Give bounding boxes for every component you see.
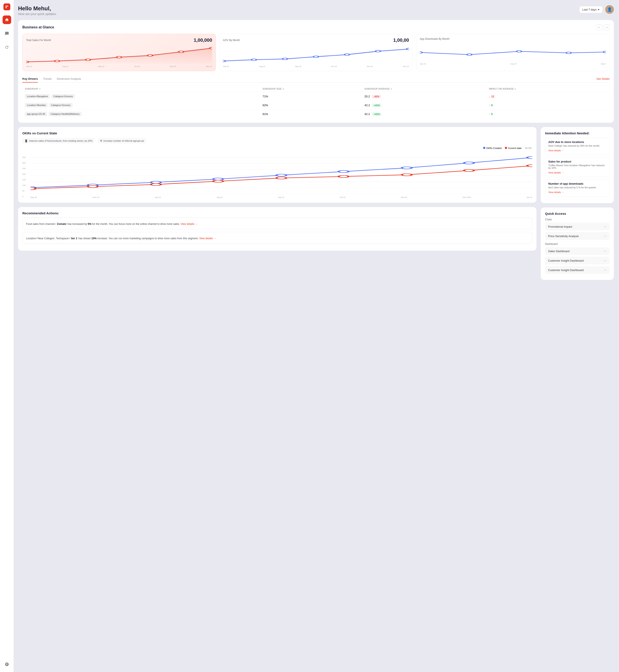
qa-item-customer-insight-2[interactable]: Customer Insight Dashboard → — [545, 266, 610, 274]
svg-point-39 — [213, 180, 223, 182]
metric-aov-value: 1,00,00 — [393, 38, 409, 43]
svg-point-11 — [345, 54, 349, 56]
bag-next-button[interactable]: → — [604, 24, 610, 30]
okr-tabs: ▐▌ Improve sales of food products, from … — [22, 138, 532, 143]
chart-label-6: Dec 23 — [206, 65, 212, 67]
qa-arrow-icon-5: → — [604, 268, 607, 272]
okr-tab-referral[interactable]: ⊞ Increase number of referral signups pe — [98, 138, 146, 143]
greeting-subtitle: Here are your quick updates. — [18, 12, 57, 16]
chart-label-1: July 23 — [26, 65, 32, 67]
metric-total-sales: Total Sales For Month 1,00,000 — [22, 34, 216, 71]
svg-point-40 — [276, 177, 286, 179]
date-range-selector[interactable]: Last 7 days ▾ — [579, 6, 603, 13]
qa-item-promotional-impact[interactable]: Promotional Impact → — [545, 223, 610, 230]
okr-card: OKRs vs Current State ▐▌ Improve sales o… — [18, 127, 537, 203]
row1-average: 20.2 -42% — [362, 92, 486, 101]
recommended-actions-card: Recommended Actions: Food sales from cha… — [18, 207, 537, 251]
svg-point-38 — [151, 183, 161, 186]
attention-3-view-details[interactable]: View details → — [548, 191, 564, 194]
svg-point-16 — [517, 51, 522, 52]
table-row: Location=Bangalore Category=Grocery 71% … — [22, 92, 610, 101]
row3-average: 42.2 +41% — [362, 110, 486, 119]
row3-size: 61% — [260, 110, 362, 119]
greeting-title: Hello Mehul, — [18, 5, 57, 12]
metric-total-sales-label: Total Sales For Month — [26, 39, 51, 42]
sidebar-item-home[interactable] — [3, 15, 11, 24]
impact-pos: ↑ 5 — [489, 104, 493, 107]
attention-3-title: Number of app downloads — [548, 182, 606, 185]
svg-point-0 — [26, 61, 28, 63]
bag-prev-button[interactable]: ← — [596, 24, 602, 30]
tag-location-mumbai: Location=Mumbai — [25, 103, 48, 107]
tab-trends[interactable]: Trends — [43, 75, 52, 82]
qa-item-customer-insight-1[interactable]: Customer Insight Dashboard → — [545, 257, 610, 264]
grid-icon: ⊞ — [100, 139, 102, 142]
svg-point-32 — [339, 171, 349, 173]
svg-point-36 — [30, 188, 36, 190]
tab-key-drivers[interactable]: Key Drivers — [22, 75, 38, 82]
okr-tab-label-1: Improve sales of food products, from exi… — [29, 139, 93, 142]
qa-arrow-icon: → — [604, 225, 607, 228]
chart-legend: OKRs Created Current state IN CR. — [22, 147, 532, 149]
topbar: Hello Mehul, Here are your quick updates… — [18, 5, 614, 16]
table-row: age-group=25-30 Category=Health&Wellness… — [22, 110, 610, 119]
qa-arrow-icon-4: → — [604, 259, 607, 262]
qa-arrow-icon-2: → — [604, 234, 607, 238]
attention-card: Immediate Attention Needed: AOV due to s… — [541, 127, 614, 203]
bag-nav: ← → — [596, 24, 610, 30]
row1-subgroup: Location=Bangalore Category=Grocery — [22, 92, 260, 101]
top-right: Last 7 days ▾ 👤 — [579, 5, 614, 14]
svg-point-42 — [402, 174, 412, 176]
see-details-link[interactable]: See Details — [597, 77, 610, 80]
row1-impact: ↓ 12 — [486, 92, 610, 101]
okr-chart-wrapper: 350 300 250 200 150 100 50 0 — [22, 151, 532, 198]
row2-average: 42.2 +41% — [362, 101, 486, 110]
svg-point-37 — [88, 186, 98, 188]
attention-item-1: AOV due to store locations Near College'… — [545, 138, 610, 155]
legend-dot-okr — [483, 147, 485, 149]
user-avatar[interactable]: 👤 — [605, 5, 614, 14]
rec1-view-details[interactable]: View details → — [181, 222, 198, 226]
attention-1-view-details[interactable]: View details → — [548, 149, 564, 152]
row3-subgroup: age-group=25-30 Category=Health&Wellness — [22, 110, 260, 119]
qa-group-dashboard: Dashboard — [545, 243, 610, 246]
qa-customer-insight-1-label: Customer Insight Dashboard — [548, 259, 583, 262]
attention-2-view-details[interactable]: View details → — [548, 171, 564, 174]
tag-category-grocery2: Category=Grocery — [49, 103, 72, 107]
topbar-left: Hello Mehul, Here are your quick updates… — [18, 5, 57, 16]
rec2-view-details[interactable]: View details → — [199, 237, 216, 241]
metric-aov-label: AOV By Month — [223, 39, 240, 42]
okr-tab-food-sales[interactable]: ▐▌ Improve sales of food products, from … — [22, 138, 94, 143]
svg-point-3 — [117, 56, 122, 58]
chart-label-2: Aug 23 — [62, 65, 68, 67]
bag-header: Business at Glance ← → — [22, 24, 610, 30]
sidebar-item-chat[interactable] — [3, 29, 11, 38]
key-drivers-tabs: Key Drivers Trends Dimension Analysis Se… — [22, 75, 610, 82]
chevron-down-icon: ▾ — [598, 8, 600, 11]
col-subgroup: SUBGROUP ⇅ — [22, 86, 260, 92]
svg-point-5 — [179, 51, 184, 53]
sidebar-item-refresh[interactable] — [3, 43, 11, 52]
svg-point-35 — [527, 156, 532, 159]
svg-point-18 — [603, 51, 606, 53]
app-logo[interactable] — [3, 3, 10, 10]
bottom-section: OKRs vs Current State ▐▌ Improve sales o… — [18, 127, 614, 284]
legend-current: Current state — [505, 147, 522, 149]
sidebar-item-cookie[interactable] — [3, 660, 11, 669]
svg-point-17 — [566, 52, 571, 54]
quick-access-card: Quick Access Chats Promotional Impact → … — [541, 207, 614, 280]
quick-access-title: Quick Access — [545, 212, 610, 215]
qa-item-sales-dashboard[interactable]: Sales Dashboard → — [545, 247, 610, 255]
right-panel: Immediate Attention Needed: AOV due to s… — [541, 127, 614, 284]
row2-impact: ↑ 5 — [486, 101, 610, 110]
svg-point-8 — [252, 59, 257, 61]
qa-sales-dashboard-label: Sales Dashboard — [548, 250, 569, 253]
tab-dimension-analysis[interactable]: Dimension Analysis — [57, 75, 81, 82]
svg-point-2 — [85, 59, 90, 61]
attention-item-3: Number of app downloads tier2 cities has… — [545, 179, 610, 197]
row1-size: 71% — [260, 92, 362, 101]
qa-item-price-sensitivity[interactable]: Price Sensitivity Analysis → — [545, 232, 610, 240]
date-range-label: Last 7 days — [582, 8, 597, 11]
rec-item-1: Food sales from channel= 'Zomato' has in… — [22, 217, 532, 229]
recommended-actions-title: Recommended Actions: — [22, 211, 532, 215]
